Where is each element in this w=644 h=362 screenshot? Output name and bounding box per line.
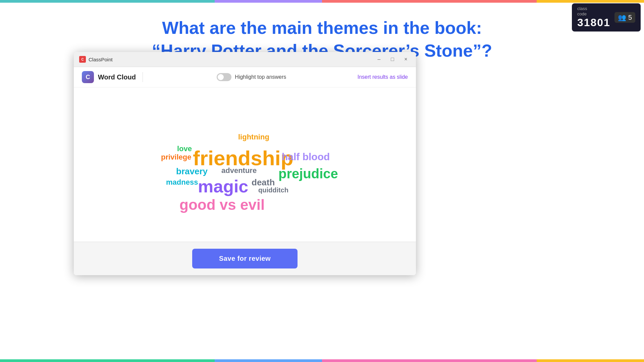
bottom-bar-segment-4 xyxy=(537,359,644,362)
word-cloud-word: privilege xyxy=(161,153,191,162)
word-cloud-word: quidditch xyxy=(258,186,288,194)
classpoint-logo: C xyxy=(79,56,86,63)
word-cloud-word: magic xyxy=(198,176,248,196)
word-cloud-word: adventure xyxy=(221,166,257,175)
modal-window-controls: – □ × xyxy=(374,55,411,64)
word-cloud-title: Word Cloud xyxy=(98,73,136,81)
top-bar-segment-1 xyxy=(0,0,215,3)
word-cloud-container: friendshipmagicgood vs evilprejudicehalf… xyxy=(127,114,362,215)
modal-toolbar: C Word Cloud Highlight top answers Inser… xyxy=(74,67,416,87)
word-cloud-word: love xyxy=(177,144,192,153)
toolbar-left: C Word Cloud xyxy=(82,71,146,83)
toggle-label: Highlight top answers xyxy=(235,74,286,80)
maximize-button[interactable]: □ xyxy=(388,55,397,64)
insert-results-link[interactable]: Insert results as slide xyxy=(358,74,408,80)
close-button[interactable]: × xyxy=(401,55,411,64)
word-cloud-word: good vs evil xyxy=(179,196,265,213)
toolbar-divider xyxy=(143,72,143,82)
toolbar-middle: Highlight top answers xyxy=(217,73,286,81)
top-color-bar xyxy=(0,0,644,3)
modal-app-title: ClassPoint xyxy=(89,57,113,62)
classpoint-icon-letter: C xyxy=(86,74,90,81)
modal-footer: Save for review xyxy=(74,242,416,275)
bottom-bar-segment-3 xyxy=(322,359,537,362)
modal-title-left: C ClassPoint xyxy=(79,56,113,63)
modal-titlebar: C ClassPoint – □ × xyxy=(74,52,416,67)
classpoint-modal: C ClassPoint – □ × C Word Cloud Highligh… xyxy=(74,52,416,275)
question-line1: What are the main themes in the book: xyxy=(162,18,482,38)
word-cloud-word: half blood xyxy=(282,151,330,163)
bottom-bar-segment-2 xyxy=(215,359,322,362)
top-bar-segment-3 xyxy=(322,0,537,3)
highlight-toggle[interactable] xyxy=(217,73,231,81)
bottom-color-bar xyxy=(0,359,644,362)
word-cloud-word: lightning xyxy=(238,133,269,141)
top-bar-segment-2 xyxy=(215,0,322,3)
word-cloud-word: madness xyxy=(166,178,198,187)
save-for-review-button[interactable]: Save for review xyxy=(192,249,298,268)
word-cloud-word: bravery xyxy=(176,166,208,177)
classpoint-app-icon: C xyxy=(82,71,94,83)
minimize-button[interactable]: – xyxy=(374,55,384,64)
bottom-bar-segment-1 xyxy=(0,359,215,362)
word-cloud-area: friendshipmagicgood vs evilprejudicehalf… xyxy=(74,87,416,242)
word-cloud-word: prejudice xyxy=(278,166,338,181)
top-bar-segment-4 xyxy=(537,0,644,3)
